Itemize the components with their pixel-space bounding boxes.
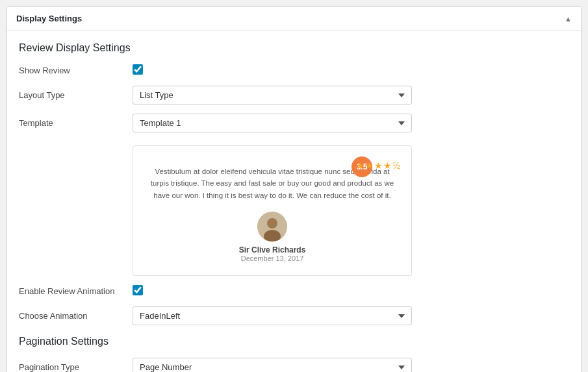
template-row: Template Template 1 Template 2 Template … xyxy=(19,114,569,132)
preview-avatar xyxy=(257,212,287,242)
layout-type-label: Layout Type xyxy=(19,90,133,100)
review-display-section: Review Display Settings Show Review Layo… xyxy=(19,42,569,276)
review-display-title: Review Display Settings xyxy=(19,42,569,54)
show-review-label: Show Review xyxy=(19,66,133,75)
show-review-row: Show Review xyxy=(19,64,569,77)
pagination-title: Pagination Settings xyxy=(19,336,569,347)
layout-type-select[interactable]: List Type Grid Type Masonry xyxy=(133,86,412,105)
choose-animation-row: Choose Animation FadeInLeft FadeInRight … xyxy=(19,306,569,325)
choose-animation-control: FadeInLeft FadeInRight FadeInUp FadeInDo… xyxy=(133,306,569,325)
preview-card: 3.5 ★★★★½ Vestibulum at dolor eleifend v… xyxy=(133,145,412,276)
preview-author-section: Sir Clive Richards December 13, 2017 xyxy=(146,212,398,262)
pagination-section: Pagination Settings Pagination Type Page… xyxy=(19,336,569,372)
pagination-type-select[interactable]: Page Number Load More Infinite Scroll xyxy=(133,358,412,372)
enable-animation-control xyxy=(133,285,569,297)
panel-title: Display Settings xyxy=(16,14,82,23)
enable-animation-label: Enable Review Animation xyxy=(19,286,133,296)
star-half: ½ xyxy=(392,160,401,171)
preview-row: 3.5 ★★★★½ Vestibulum at dolor eleifend v… xyxy=(19,142,569,276)
template-label: Template xyxy=(19,118,133,128)
panel-toggle-icon[interactable]: ▲ xyxy=(565,15,572,23)
star-3: ★ xyxy=(374,160,383,171)
preview-date: December 13, 2017 xyxy=(241,254,304,262)
preview-control: 3.5 ★★★★½ Vestibulum at dolor eleifend v… xyxy=(133,142,569,276)
panel-header: Display Settings ▲ xyxy=(7,7,581,31)
pagination-type-row: Pagination Type Page Number Load More In… xyxy=(19,358,569,372)
enable-animation-row: Enable Review Animation xyxy=(19,285,569,297)
star-2: ★ xyxy=(365,160,374,171)
pagination-type-control: Page Number Load More Infinite Scroll xyxy=(133,358,569,372)
show-review-checkbox[interactable] xyxy=(133,64,143,75)
display-settings-panel: Display Settings ▲ Review Display Settin… xyxy=(6,6,582,372)
animation-section: Enable Review Animation Choose Animation… xyxy=(19,285,569,325)
template-control: Template 1 Template 2 Template 3 xyxy=(133,114,569,132)
svg-point-1 xyxy=(267,218,277,229)
star-1: ★ xyxy=(356,160,365,171)
show-review-control xyxy=(133,64,569,77)
preview-stars: ★★★★½ xyxy=(356,160,401,171)
pagination-type-label: Pagination Type xyxy=(19,362,133,372)
layout-type-row: Layout Type List Type Grid Type Masonry xyxy=(19,86,569,105)
panel-body: Review Display Settings Show Review Layo… xyxy=(7,31,581,372)
enable-animation-checkbox[interactable] xyxy=(133,285,143,295)
template-select[interactable]: Template 1 Template 2 Template 3 xyxy=(133,114,412,132)
layout-type-control: List Type Grid Type Masonry xyxy=(133,86,569,105)
preview-author-name: Sir Clive Richards xyxy=(239,245,306,254)
choose-animation-select[interactable]: FadeInLeft FadeInRight FadeInUp FadeInDo… xyxy=(133,306,412,325)
star-4: ★ xyxy=(383,160,392,171)
choose-animation-label: Choose Animation xyxy=(19,311,133,321)
